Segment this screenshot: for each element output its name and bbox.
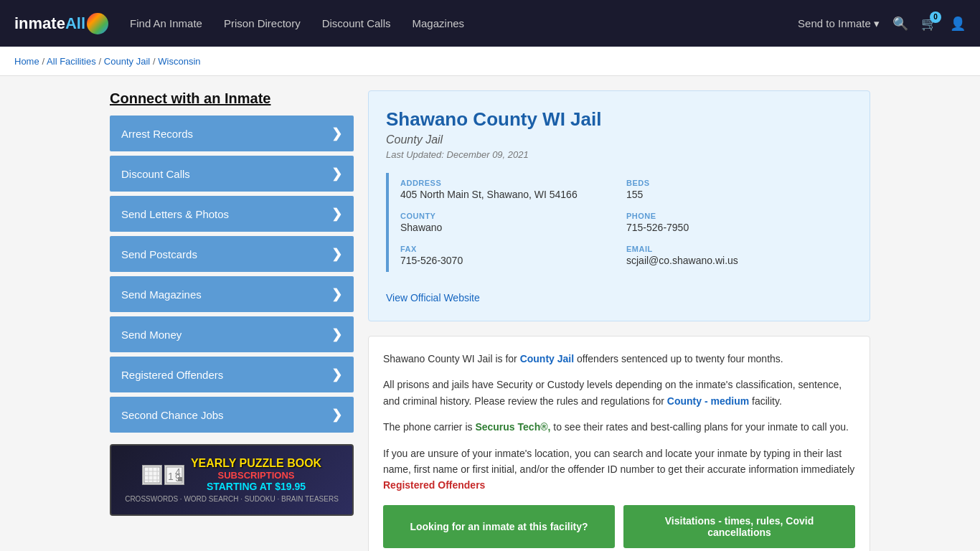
ad-title: YEARLY PUZZLE BOOK: [191, 457, 321, 470]
sidebar-item-label: Registered Offenders: [121, 369, 223, 381]
fax-label: FAX: [400, 245, 615, 253]
info-fax: FAX 715-526-3070: [400, 239, 626, 272]
arrow-icon: ❯: [331, 367, 342, 382]
cart-badge: 0: [930, 11, 941, 23]
nav-discount-calls[interactable]: Discount Calls: [322, 17, 391, 29]
sidebar-item-send-postcards[interactable]: Send Postcards ❯: [110, 236, 354, 272]
nav-prison-directory[interactable]: Prison Directory: [224, 17, 301, 29]
sidebar-item-label: Send Magazines: [121, 288, 202, 301]
action-buttons: Looking for an inmate at this facility? …: [383, 505, 855, 548]
facility-type: County Jail: [386, 133, 852, 146]
svg-rect-0: [144, 467, 160, 483]
facility-name: Shawano County WI Jail: [386, 108, 852, 131]
advertisement[interactable]: 149 YEARLY PUZZLE BOOK SUBSCRIPTIONS STA…: [110, 444, 354, 516]
svg-text:1: 1: [168, 471, 174, 482]
info-email: EMAIL scjail@co.shawano.wi.us: [626, 239, 852, 272]
nav-magazines[interactable]: Magazines: [413, 17, 465, 29]
arrow-icon: ❯: [331, 407, 342, 423]
navbar-right: Send to Inmate ▾ 🔍 🛒 0 👤: [798, 16, 966, 32]
facility-info-grid: ADDRESS 405 North Main St, Shawano, WI 5…: [386, 173, 852, 272]
securus-link[interactable]: Securus Tech®,: [475, 421, 550, 433]
sidebar-item-send-money[interactable]: Send Money ❯: [110, 316, 354, 352]
arrow-icon: ❯: [331, 166, 342, 182]
sidebar-item-label: Discount Calls: [121, 168, 190, 180]
arrow-icon: ❯: [331, 246, 342, 262]
address-value: 405 North Main St, Shawano, WI 54166: [400, 189, 615, 200]
breadcrumb-county-jail[interactable]: County Jail: [104, 56, 150, 67]
logo-all: All: [65, 14, 85, 32]
ad-subtitle: SUBSCRIPTIONS: [191, 470, 321, 481]
para2: All prisons and jails have Security or C…: [383, 377, 855, 409]
cart-wrapper[interactable]: 🛒 0: [921, 16, 937, 32]
sidebar-item-label: Send Letters & Photos: [121, 208, 229, 220]
ad-desc: CROSSWORDS · WORD SEARCH · SUDOKU · BRAI…: [125, 495, 339, 503]
address-label: ADDRESS: [400, 179, 615, 187]
info-county: COUNTY Shawano: [400, 206, 626, 239]
sidebar-menu: Arrest Records ❯ Discount Calls ❯ Send L…: [110, 116, 354, 433]
fax-value: 715-526-3070: [400, 255, 615, 266]
view-website-link[interactable]: View Official Website: [386, 292, 480, 303]
navbar-links: Find An Inmate Prison Directory Discount…: [130, 17, 798, 29]
county-value: Shawano: [400, 222, 615, 233]
logo[interactable]: inmateAll: [14, 13, 108, 34]
sidebar-item-label: Arrest Records: [121, 128, 193, 140]
sidebar-item-discount-calls[interactable]: Discount Calls ❯: [110, 156, 354, 192]
breadcrumb-home[interactable]: Home: [14, 56, 39, 67]
breadcrumb-sep2: /: [99, 56, 104, 67]
sidebar-item-label: Second Chance Jobs: [121, 409, 224, 421]
breadcrumb-all-facilities[interactable]: All Facilities: [47, 56, 96, 67]
nav-find-inmate[interactable]: Find An Inmate: [130, 17, 202, 29]
sidebar-item-send-magazines[interactable]: Send Magazines ❯: [110, 276, 354, 312]
arrow-icon: ❯: [331, 126, 342, 141]
facility-card: Shawano County WI Jail County Jail Last …: [368, 90, 870, 321]
ad-price: STARTING AT $19.95: [191, 481, 321, 492]
para1: Shawano County WI Jail is for County Jai…: [383, 351, 855, 367]
description-section: Shawano County WI Jail is for County Jai…: [368, 336, 870, 551]
logo-inmate: inmate: [14, 14, 65, 32]
phone-label: PHONE: [626, 212, 841, 220]
nav-send-to-inmate[interactable]: Send to Inmate ▾: [798, 17, 880, 30]
phone-value: 715-526-7950: [626, 222, 841, 233]
registered-offenders-link[interactable]: Registered Offenders: [383, 479, 485, 491]
logo-text: inmateAll: [14, 14, 85, 33]
para3: The phone carrier is Securus Tech®, to s…: [383, 419, 855, 435]
sidebar-item-second-chance-jobs[interactable]: Second Chance Jobs ❯: [110, 397, 354, 433]
email-value: scjail@co.shawano.wi.us: [626, 255, 841, 266]
arrow-icon: ❯: [331, 206, 342, 222]
facility-updated: Last Updated: December 09, 2021: [386, 149, 852, 160]
sidebar-item-label: Send Postcards: [121, 248, 197, 260]
visitations-button[interactable]: Visitations - times, rules, Covid cancel…: [623, 505, 855, 548]
breadcrumb-state[interactable]: Wisconsin: [158, 56, 200, 67]
main-container: Connect with an Inmate Arrest Records ❯ …: [95, 76, 885, 551]
email-label: EMAIL: [626, 245, 841, 253]
para4: If you are unsure of your inmate's locat…: [383, 446, 855, 494]
sidebar: Connect with an Inmate Arrest Records ❯ …: [110, 90, 354, 551]
sidebar-title: Connect with an Inmate: [110, 90, 354, 107]
user-icon[interactable]: 👤: [950, 16, 966, 32]
sidebar-item-registered-offenders[interactable]: Registered Offenders ❯: [110, 357, 354, 392]
sidebar-item-arrest-records[interactable]: Arrest Records ❯: [110, 116, 354, 151]
county-jail-link[interactable]: County Jail: [520, 353, 574, 364]
search-icon[interactable]: 🔍: [892, 16, 908, 32]
navbar: inmateAll Find An Inmate Prison Director…: [0, 0, 980, 47]
info-phone: PHONE 715-526-7950: [626, 206, 852, 239]
breadcrumb: Home / All Facilities / County Jail / Wi…: [0, 47, 980, 76]
sidebar-item-label: Send Money: [121, 329, 182, 341]
sidebar-item-send-letters[interactable]: Send Letters & Photos ❯: [110, 196, 354, 232]
info-address: ADDRESS 405 North Main St, Shawano, WI 5…: [400, 173, 626, 206]
arrow-icon: ❯: [331, 326, 342, 342]
arrow-icon: ❯: [331, 286, 342, 302]
looking-for-inmate-button[interactable]: Looking for an inmate at this facility?: [383, 505, 615, 548]
content-area: Shawano County WI Jail County Jail Last …: [368, 90, 870, 551]
county-medium-link[interactable]: County - medium: [667, 395, 749, 407]
beds-value: 155: [626, 189, 841, 200]
county-label: COUNTY: [400, 212, 615, 220]
svg-rect-11: [178, 477, 182, 481]
logo-icon: [87, 13, 108, 34]
beds-label: BEDS: [626, 179, 841, 187]
info-beds: BEDS 155: [626, 173, 852, 206]
